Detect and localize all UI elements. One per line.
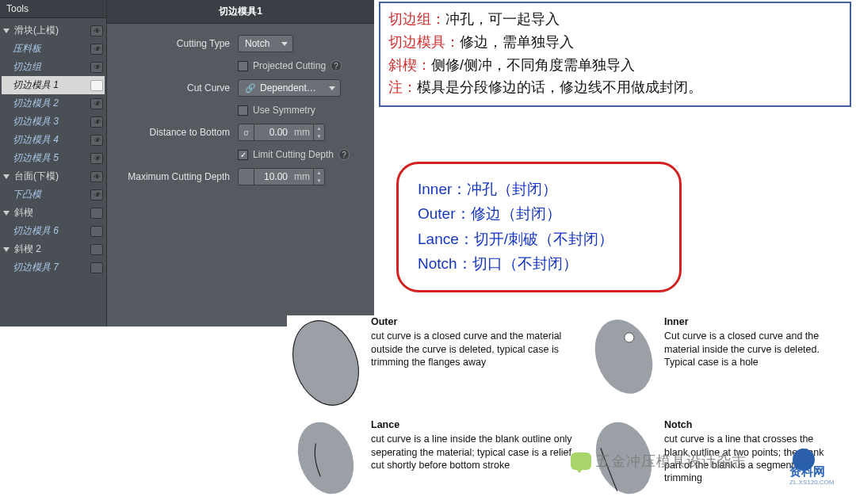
svg-point-2 (590, 315, 658, 398)
illus-lance: Lance cut curve is a line inside the bla… (287, 418, 580, 498)
illus-desc: cut curve is a closed curve and the mate… (371, 330, 580, 368)
legend-row: Lance：切开/刺破（不封闭） (418, 227, 660, 251)
visibility-toggle-icon[interactable]: 👁 (90, 98, 103, 109)
row-limit-cutting-depth: Limit Cutting Depth ? (115, 149, 366, 160)
tree-item-cut-group[interactable]: 切边组 👁 (2, 58, 105, 76)
note-row: 注：模具是分段修边的话，修边线不用做成封闭。 (388, 76, 842, 99)
illus-inner: Inner Cut curve is a closed curve and th… (590, 315, 839, 410)
spinner-icon[interactable]: ▲▼ (313, 124, 324, 140)
visibility-toggle-icon[interactable] (90, 208, 103, 219)
info-icon[interactable]: ? (331, 60, 342, 71)
legend-value: 切开/刺破（不封闭） (474, 231, 613, 247)
note-body: 侧修/侧冲，不同角度需单独导入 (431, 57, 635, 73)
tree-item-cut-die-4[interactable]: 切边模具 4 👁 (2, 131, 105, 149)
tools-header: Tools (0, 0, 106, 18)
illus-title: Notch (664, 418, 839, 431)
visibility-toggle-icon[interactable]: 👁 (90, 25, 103, 36)
top-notes-box: 切边组：冲孔，可一起导入 切边模具：修边，需单独导入 斜楔：侧修/侧冲，不同角度… (379, 2, 851, 107)
illus-outer-text: Outer cut curve is a closed curve and th… (371, 315, 580, 368)
tree-item-cut-die-5[interactable]: 切边模具 5 👁 (2, 149, 105, 167)
lock-icon[interactable]: σ (239, 124, 254, 140)
illus-outer: Outer cut curve is a closed curve and th… (287, 315, 580, 410)
tree-item-cut-die-7[interactable]: 切边模具 7 (2, 258, 105, 277)
tree-item-cut-die-1[interactable]: 切边模具 1 (2, 76, 105, 94)
legend-value: 切口（不封闭） (472, 255, 578, 272)
unit-label: mm (291, 127, 313, 138)
visibility-toggle-icon[interactable] (90, 226, 103, 237)
legend-row: Notch：切口（不封闭） (418, 251, 660, 276)
input-distance-to-bottom[interactable]: σ 0.00 mm ▲▼ (238, 124, 325, 141)
illus-row-1: Outer cut curve is a closed curve and th… (287, 315, 854, 410)
chevron-down-icon[interactable] (3, 174, 10, 179)
tree-item-cut-die-6[interactable]: 切边模具 6 (2, 222, 105, 240)
chevron-down-icon[interactable] (3, 29, 10, 33)
note-key: 切边模具： (388, 34, 460, 50)
label-max-cutting-depth: Maximum Cutting Depth (115, 171, 238, 182)
svg-point-5 (590, 418, 658, 498)
row-use-symmetry: Use Symmetry (115, 105, 366, 116)
checkbox-limit-cutting-depth[interactable] (238, 150, 248, 160)
properties-panel: Tools 滑块(上模) 👁 压料板 👁 切边组 👁 切边模具 1 切边模具 2 (0, 0, 374, 326)
tree-label: 斜楔 2 (14, 242, 87, 256)
dropdown-cutting-type[interactable]: Notch (238, 35, 293, 52)
info-icon[interactable]: ? (338, 149, 350, 160)
tree-label: 滑块(上模) (14, 24, 87, 37)
tree-root-cam1[interactable]: 斜楔 (2, 204, 105, 222)
visibility-toggle-icon[interactable]: 👁 (90, 153, 103, 164)
tree-label: 切边模具 5 (13, 151, 87, 165)
tree-label: 台面(下模) (14, 170, 87, 183)
checkbox-use-symmetry[interactable] (238, 105, 248, 116)
visibility-toggle-icon[interactable]: 👁 (90, 44, 103, 55)
legend-key: Outer： (418, 205, 471, 222)
chevron-down-icon[interactable] (3, 247, 10, 252)
lock-icon[interactable] (239, 169, 254, 185)
visibility-toggle-icon[interactable] (90, 262, 103, 273)
chevron-down-icon[interactable] (3, 211, 10, 216)
tree-root-cam2[interactable]: 斜楔 2 (2, 240, 105, 258)
visibility-toggle-icon[interactable] (90, 244, 103, 255)
visibility-toggle-icon[interactable]: 👁 (90, 62, 103, 73)
dropdown-cut-curve[interactable]: 🔗 Dependent… (238, 79, 341, 97)
legend-key: Notch： (418, 255, 472, 272)
checkbox-projected-cutting[interactable] (238, 61, 248, 71)
note-key: 注： (388, 79, 417, 95)
tree-root-upper-slider[interactable]: 滑块(上模) 👁 (2, 21, 105, 40)
row-distance-to-bottom: Distance to Bottom σ 0.00 mm ▲▼ (115, 124, 366, 141)
tree-root-lower-table[interactable]: 台面(下模) 👁 (2, 167, 105, 185)
note-key: 切边组： (388, 11, 445, 27)
svg-point-0 (287, 315, 365, 410)
note-body: 修边，需单独导入 (460, 34, 574, 50)
illus-title: Outer (371, 315, 580, 328)
tree-item-pressure-plate[interactable]: 压料板 👁 (2, 40, 105, 58)
properties-title: 切边模具1 (107, 0, 374, 24)
tree-item-lower-punch[interactable]: 下凸模 👁 (2, 185, 105, 204)
legend-key: Inner： (418, 181, 467, 197)
legend-value: 冲孔（封闭） (467, 181, 557, 197)
tree-item-cut-die-2[interactable]: 切边模具 2 👁 (2, 94, 105, 113)
link-icon: 🔗 (245, 83, 256, 94)
tools-column: Tools 滑块(上模) 👁 压料板 👁 切边组 👁 切边模具 1 切边模具 2 (0, 0, 107, 326)
visibility-toggle-icon[interactable]: 👁 (90, 171, 103, 182)
tree-label: 切边模具 4 (13, 133, 87, 147)
legend-row: Inner：冲孔（封闭） (418, 177, 660, 201)
illus-lance-text: Lance cut curve is a line inside the bla… (371, 418, 580, 472)
tree-label: 切边模具 3 (13, 115, 87, 128)
tree-item-cut-die-3[interactable]: 切边模具 3 👁 (2, 113, 105, 131)
svg-point-3 (625, 333, 634, 342)
input-max-cutting-depth[interactable]: 10.00 mm ▲▼ (238, 168, 325, 185)
legend-value: 修边（封闭） (471, 205, 561, 222)
visibility-toggle-icon[interactable]: 👁 (90, 116, 103, 128)
label-projected-cutting: Projected Cutting (253, 60, 326, 71)
tree-label: 切边组 (13, 60, 87, 74)
visibility-toggle-icon[interactable]: 👁 (90, 135, 103, 146)
illus-title: Lance (371, 418, 580, 431)
illus-notch-text: Notch cut curve is a line that crosses t… (664, 418, 839, 484)
numeric-value: 0.00 (254, 127, 291, 138)
selection-box-icon[interactable] (90, 80, 103, 91)
ellipse-outer-icon (287, 315, 365, 410)
illus-desc: Cut curve is a closed curve and the mate… (664, 330, 839, 368)
note-key: 斜楔： (388, 57, 431, 73)
visibility-toggle-icon[interactable]: 👁 (90, 189, 103, 200)
numeric-value: 10.00 (254, 171, 291, 182)
spinner-icon[interactable]: ▲▼ (313, 169, 324, 185)
